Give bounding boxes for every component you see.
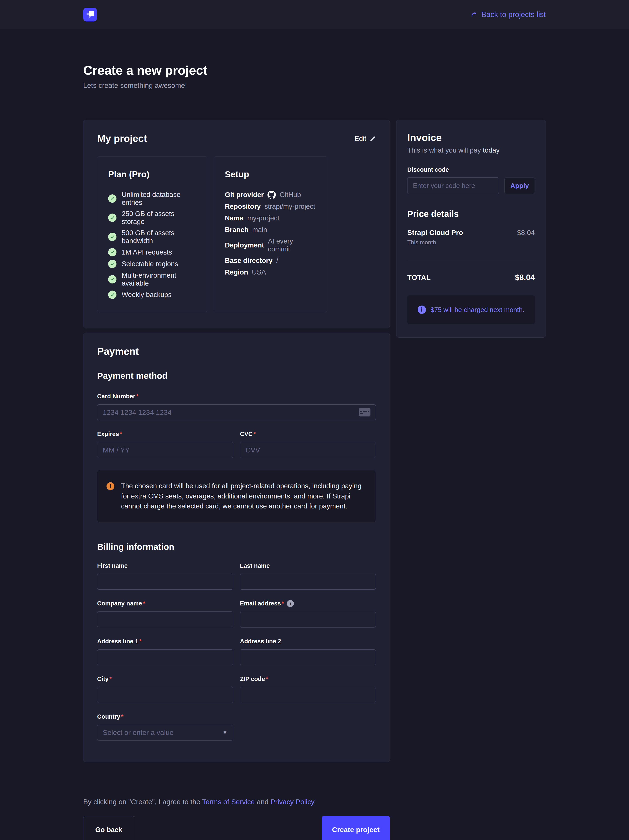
my-project-card: My project Edit Plan (Pro) Unlimited dat… xyxy=(83,120,390,328)
required-marker: * xyxy=(120,431,122,437)
address-line-1-input[interactable] xyxy=(97,649,233,665)
email-address-input[interactable] xyxy=(240,612,376,627)
required-marker: * xyxy=(136,393,139,400)
required-marker: * xyxy=(254,431,256,437)
edit-button-label: Edit xyxy=(355,135,366,142)
check-icon xyxy=(108,260,117,268)
plan-card: Plan (Pro) Unlimited database entries 25… xyxy=(97,156,207,312)
plan-title: Plan (Pro) xyxy=(108,169,196,179)
github-icon xyxy=(268,191,276,199)
invoice-subtitle: This is what you will pay today xyxy=(407,146,535,154)
setup-row-label: Git provider xyxy=(225,191,264,199)
check-icon xyxy=(108,194,117,203)
setup-list: Git provider GitHub Repositorystrapi/my-… xyxy=(225,191,316,276)
info-icon[interactable]: i xyxy=(287,600,294,607)
page-subtitle: Lets create something awesome! xyxy=(83,81,546,90)
setup-row-label: Region xyxy=(225,268,248,276)
plan-feature: Unlimited database entries xyxy=(108,191,196,207)
setup-row: Branchmain xyxy=(225,226,316,234)
check-icon xyxy=(108,213,117,222)
invoice-panel: Invoice This is what you will pay today … xyxy=(396,120,546,338)
country-select[interactable]: Select or enter a value ▼ xyxy=(97,725,233,741)
setup-row-value: / xyxy=(276,257,278,265)
card-number-input[interactable] xyxy=(97,404,376,420)
setup-row: DeploymentAt every commit xyxy=(225,237,316,253)
discount-code-input[interactable] xyxy=(407,177,499,194)
go-back-button[interactable]: Go back xyxy=(83,816,134,840)
plan-feature: Multi-environment available xyxy=(108,272,196,287)
privacy-policy-link[interactable]: Privacy Policy xyxy=(270,798,314,806)
create-project-button[interactable]: Create project xyxy=(322,816,390,840)
setup-card: Setup Git provider GitHub Repositorystra… xyxy=(214,156,327,312)
address-line-2-label: Address line 2 xyxy=(240,638,376,645)
credit-card-icon xyxy=(359,408,370,417)
terms-of-service-link[interactable]: Terms of Service xyxy=(202,798,255,806)
required-marker: * xyxy=(121,713,123,720)
plan-feature: 1M API requests xyxy=(108,248,196,256)
check-icon xyxy=(108,291,117,299)
card-number-label: Card Number* xyxy=(97,393,376,400)
plan-feature: 500 GB of assets bandwidth xyxy=(108,229,196,245)
required-marker: * xyxy=(282,600,284,607)
check-icon xyxy=(108,248,117,256)
price-details-title: Price details xyxy=(407,209,535,219)
total-amount: $8.04 xyxy=(515,273,535,282)
setup-row-value: strapi/my-project xyxy=(264,202,315,210)
next-month-note: i $75 will be charged next month. xyxy=(407,295,535,324)
required-marker: * xyxy=(139,638,142,645)
last-name-label: Last name xyxy=(240,562,376,569)
check-icon xyxy=(108,275,117,283)
expires-input[interactable] xyxy=(97,442,233,458)
invoice-title: Invoice xyxy=(407,132,535,144)
apply-button[interactable]: Apply xyxy=(504,177,535,194)
cvc-input[interactable] xyxy=(240,442,376,458)
warning-text: The chosen card will be used for all pro… xyxy=(121,481,366,512)
plan-feature-label: 250 GB of assets storage xyxy=(122,210,196,226)
plan-feature: 250 GB of assets storage xyxy=(108,210,196,226)
strapi-logo[interactable] xyxy=(83,8,97,21)
zip-code-input[interactable] xyxy=(240,687,376,703)
plan-feature: Weekly backups xyxy=(108,291,196,299)
payment-method-title: Payment method xyxy=(97,371,376,381)
setup-row-label: Repository xyxy=(225,202,261,210)
setup-row-label: Name xyxy=(225,214,244,222)
last-name-input[interactable] xyxy=(240,574,376,590)
warning-icon: ! xyxy=(107,482,114,490)
address-line-1-label: Address line 1* xyxy=(97,638,233,645)
back-link-label: Back to projects list xyxy=(481,10,546,19)
payment-card: Payment Payment method Card Number* xyxy=(83,333,390,762)
plan-feature: Selectable regions xyxy=(108,260,196,268)
setup-row-value: main xyxy=(252,226,267,234)
plan-feature-label: Weekly backups xyxy=(122,291,172,298)
pencil-icon xyxy=(370,136,376,142)
setup-row-value: USA xyxy=(252,268,266,276)
setup-row-label: Base directory xyxy=(225,257,273,265)
setup-row-value: At every commit xyxy=(268,237,316,253)
email-address-label: Email address* i xyxy=(240,600,376,607)
company-name-input[interactable] xyxy=(97,611,233,627)
total-row: TOTAL $8.04 xyxy=(407,273,535,282)
info-icon: i xyxy=(418,306,426,314)
country-select-placeholder: Select or enter a value xyxy=(103,728,173,737)
page-title: Create a new project xyxy=(83,63,546,77)
chevron-down-icon: ▼ xyxy=(222,730,227,736)
edit-button[interactable]: Edit xyxy=(355,135,376,142)
expires-label: Expires* xyxy=(97,431,233,437)
zip-code-label: ZIP code* xyxy=(240,676,376,682)
first-name-input[interactable] xyxy=(97,574,233,590)
setup-row: Repositorystrapi/my-project xyxy=(225,202,316,211)
payment-title: Payment xyxy=(97,346,376,357)
setup-row: Namemy-project xyxy=(225,214,316,222)
setup-row: Base directory/ xyxy=(225,256,316,265)
next-month-note-text: $75 will be charged next month. xyxy=(430,306,525,314)
required-marker: * xyxy=(266,676,268,682)
city-input[interactable] xyxy=(97,687,233,703)
plan-feature-label: 500 GB of assets bandwidth xyxy=(122,229,196,245)
setup-row-value: GitHub xyxy=(279,191,301,199)
plan-feature-label: Selectable regions xyxy=(122,260,178,268)
back-to-projects-link[interactable]: Back to projects list xyxy=(470,10,546,19)
price-item-amount: $8.04 xyxy=(517,229,535,237)
project-card-title: My project xyxy=(97,133,147,144)
city-label: City* xyxy=(97,676,233,682)
address-line-2-input[interactable] xyxy=(240,649,376,665)
